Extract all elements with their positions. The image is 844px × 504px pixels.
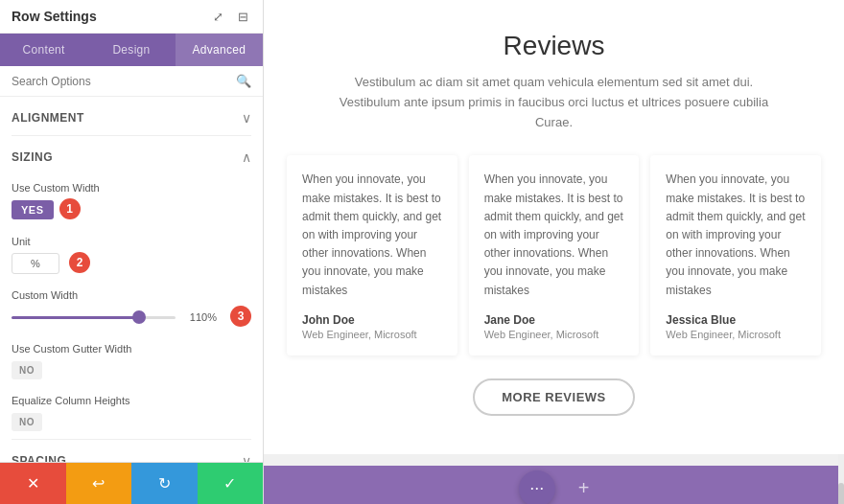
panel-footer: ✕ ↩ ↻ ✓ [0,462,263,504]
custom-width-slider[interactable] [12,316,176,319]
sizing-chevron-icon: ∧ [242,149,251,165]
reviewer-name-2: Jane Doe [484,313,624,327]
panel-header-icons: ⤢ ⊟ [209,8,251,25]
use-custom-width-row: YES 1 [12,199,251,220]
alignment-section-header[interactable]: Alignment ∨ [12,97,251,135]
equalize-field: Equalize Column Heights NO [12,387,251,439]
scrollbar-thumb[interactable] [838,483,844,504]
unit-field: Unit 2 [12,228,251,282]
step-badge-3: 3 [230,306,251,327]
panel-content: Alignment ∨ Sizing ∧ Use Custom Width YE… [0,97,263,462]
reviews-subtitle: Vestibulum ac diam sit amet quam vehicul… [324,73,785,132]
reviewer-name-1: John Doe [302,313,442,327]
bottom-area: ··· + [264,454,844,504]
bottom-bar: ··· + [264,466,844,504]
redo-button[interactable]: ↻ [131,463,198,504]
tab-content[interactable]: Content [0,34,87,66]
tab-design[interactable]: Design [87,34,175,66]
right-content: Reviews Vestibulum ac diam sit amet quam… [264,0,844,504]
use-custom-width-field: Use Custom Width YES 1 [12,174,251,228]
unit-input[interactable] [12,253,59,274]
more-reviews-wrap: MORE REVIEWS [287,378,821,416]
maximize-icon[interactable]: ⤢ [209,8,226,25]
reviewer-name-3: Jessica Blue [666,313,806,327]
review-card-1: When you innovate, you make mistakes. It… [287,155,457,355]
tab-bar: Content Design Advanced [0,34,263,66]
panel-title: Row Settings [12,9,97,24]
scrollbar-track [838,454,844,504]
alignment-section-title: Alignment [12,111,84,125]
custom-width-slider-row: 110% 3 [12,307,251,328]
spacing-chevron-icon: ∨ [242,453,251,462]
cancel-button[interactable]: ✕ [0,463,66,504]
alignment-chevron-icon: ∨ [242,110,251,126]
step-badge-2: 2 [69,252,90,273]
gutter-label: Use Custom Gutter Width [12,343,251,355]
review-text-1: When you innovate, you make mistakes. It… [302,171,442,299]
custom-width-field: Custom Width 110% 3 [12,282,251,335]
search-icon[interactable]: 🔍 [236,74,251,88]
close-panel-icon[interactable]: ⊟ [234,8,251,25]
reviews-title: Reviews [287,31,821,61]
reviewer-role-2: Web Engineer, Microsoft [484,329,624,340]
fab-dots-icon: ··· [529,478,544,498]
equalize-label: Equalize Column Heights [12,395,251,406]
redo-icon: ↻ [158,474,171,493]
fab-button[interactable]: ··· [519,470,555,504]
cancel-icon: ✕ [27,474,39,493]
panel-header: Row Settings ⤢ ⊟ [0,0,263,34]
sizing-section-header[interactable]: Sizing ∧ [12,136,251,174]
search-bar: 🔍 [0,66,263,97]
spacing-section-header[interactable]: Spacing ∨ [12,440,251,462]
review-cards-row: When you innovate, you make mistakes. It… [287,155,821,355]
use-custom-width-toggle[interactable]: YES [12,200,54,219]
review-text-3: When you innovate, you make mistakes. It… [666,171,806,299]
review-card-3: When you innovate, you make mistakes. It… [650,155,821,355]
unit-row: 2 [12,253,251,274]
review-text-2: When you innovate, you make mistakes. It… [484,171,624,299]
use-custom-width-label: Use Custom Width [12,182,251,194]
settings-panel: Row Settings ⤢ ⊟ Content Design Advanced… [0,0,264,504]
more-reviews-button[interactable]: MORE REVIEWS [473,378,635,416]
tab-advanced[interactable]: Advanced [176,34,263,66]
save-icon: ✓ [223,474,236,493]
unit-label: Unit [12,236,251,247]
spacing-section-title: Spacing [12,454,66,462]
save-button[interactable]: ✓ [198,463,264,504]
sizing-section-title: Sizing [12,150,53,164]
add-element-icon[interactable]: + [578,477,590,499]
equalize-toggle[interactable]: NO [12,413,42,431]
undo-button[interactable]: ↩ [66,463,132,504]
reviews-section: Reviews Vestibulum ac diam sit amet quam… [264,0,844,454]
custom-width-value: 110% [183,311,217,323]
reviewer-role-3: Web Engineer, Microsoft [666,329,806,340]
custom-width-label: Custom Width [12,289,251,301]
search-input[interactable] [12,75,236,88]
gutter-field: Use Custom Gutter Width NO [12,335,251,387]
undo-icon: ↩ [92,474,105,493]
reviewer-role-1: Web Engineer, Microsoft [302,329,442,340]
review-card-2: When you innovate, you make mistakes. It… [469,155,640,355]
step-badge-1: 1 [59,198,81,219]
gutter-toggle[interactable]: NO [12,361,42,379]
